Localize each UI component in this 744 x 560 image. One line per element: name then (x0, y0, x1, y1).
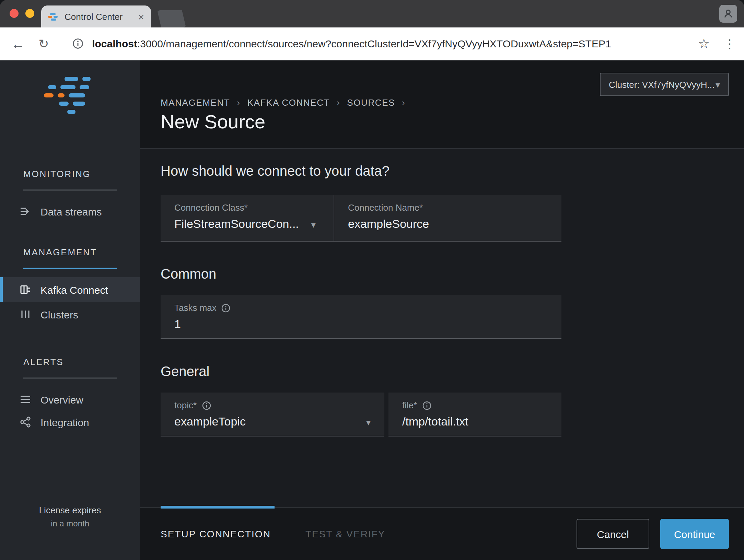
wizard-footer: SETUP CONNECTION TEST & VERIFY Cancel Co… (140, 507, 744, 560)
kafka-connect-icon (19, 283, 32, 296)
tasks-max-label: Tasks max (174, 303, 217, 313)
cluster-selector-dropdown[interactable]: Cluster: VXf7yfNyQVyyH... ▾ (600, 73, 729, 96)
sidebar-item-label: Data streams (40, 206, 102, 217)
sidebar-item-label: Overview (40, 394, 83, 405)
tab-strip: Control Center × (0, 0, 744, 27)
breadcrumb: MANAGEMENT › KAFKA CONNECT › SOURCES › (161, 97, 405, 108)
minimize-window-button[interactable] (25, 9, 34, 18)
step-progress-indicator (161, 506, 275, 509)
close-tab-icon[interactable]: × (138, 11, 144, 22)
cancel-button[interactable]: Cancel (577, 519, 649, 549)
tasks-max-field[interactable]: Tasks max 1 (161, 295, 561, 338)
person-icon (723, 8, 734, 19)
tasks-max-value: 1 (174, 318, 181, 331)
page-title: New Source (161, 111, 265, 133)
license-line2: in a month (0, 519, 140, 528)
main-content: Cluster: VXf7yfNyQVyyH... ▾ MANAGEMENT ›… (140, 60, 744, 560)
reload-icon[interactable]: ↻ (38, 37, 49, 50)
breadcrumb-separator: › (337, 97, 340, 108)
sidebar-item-label: Integration (40, 416, 89, 428)
sidebar-item-integration[interactable]: Integration (0, 410, 140, 434)
sidebar-item-label: Kafka Connect (40, 284, 108, 295)
info-icon[interactable] (221, 303, 231, 313)
breadcrumb-separator: › (402, 97, 405, 108)
browser-toolbar: ← ↻ localhost:3000/management/connect/so… (0, 27, 744, 60)
address-bar[interactable]: localhost:3000/management/connect/source… (92, 38, 698, 49)
sidebar-item-overview[interactable]: Overview (0, 388, 140, 410)
connection-panel: Connection Class* FileStreamSourceCon...… (161, 195, 561, 242)
general-section-heading: General (161, 364, 209, 380)
integration-icon (19, 416, 32, 428)
info-icon[interactable] (201, 400, 211, 410)
file-panel: file* /tmp/totail.txt (388, 393, 561, 436)
step-tab-setup-connection[interactable]: SETUP CONNECTION (161, 528, 271, 539)
connection-class-field[interactable]: Connection Class* FileStreamSourceCon...… (161, 195, 334, 241)
browser-window: Control Center × ← ↻ localhost:3000/mana… (0, 0, 744, 560)
divider-active (23, 268, 117, 269)
connect-question-heading: How should we connect to your data? (161, 163, 390, 179)
sidebar: MONITORING Data streams MANAGEMENT Kafka… (0, 60, 140, 560)
chevron-down-icon: ▾ (366, 418, 371, 427)
connection-class-value: FileStreamSourceCon... (174, 218, 299, 231)
data-streams-icon (19, 205, 32, 218)
control-center-app: MONITORING Data streams MANAGEMENT Kafka… (0, 60, 744, 560)
divider (23, 377, 117, 379)
browser-tab[interactable]: Control Center × (41, 5, 151, 27)
chevron-down-icon: ▾ (311, 220, 316, 229)
file-field[interactable]: file* /tmp/totail.txt (388, 393, 561, 436)
browser-profile-button[interactable] (719, 5, 737, 23)
url-host: localhost (92, 38, 137, 49)
overview-list-icon (19, 393, 32, 406)
step-tab-test-verify[interactable]: TEST & VERIFY (305, 528, 385, 539)
sidebar-section-management: MANAGEMENT (23, 247, 97, 257)
new-tab-button[interactable] (157, 10, 186, 27)
breadcrumb-sources[interactable]: SOURCES (347, 97, 395, 108)
common-section-heading: Common (161, 266, 216, 282)
sidebar-item-clusters[interactable]: Clusters (0, 302, 140, 327)
url-path: :3000/management/connect/sources/new?con… (137, 38, 611, 49)
file-label: file* (402, 400, 417, 410)
connection-name-value: exampleSource (348, 218, 429, 231)
info-icon[interactable] (422, 400, 431, 410)
breadcrumb-kafka-connect[interactable]: KAFKA CONNECT (247, 97, 330, 108)
back-icon[interactable]: ← (11, 37, 25, 50)
clusters-icon (19, 308, 32, 320)
sidebar-section-alerts: ALERTS (23, 357, 64, 367)
sidebar-item-label: Clusters (40, 308, 78, 320)
topic-value: exampleTopic (174, 415, 246, 429)
divider (23, 189, 117, 191)
tab-title: Control Center (65, 11, 138, 22)
tasks-max-panel: Tasks max 1 (161, 295, 561, 339)
connection-class-label: Connection Class* (174, 202, 320, 213)
topic-panel: topic* exampleTopic ▾ (161, 393, 384, 436)
sidebar-section-monitoring: MONITORING (23, 169, 91, 179)
topic-field[interactable]: topic* exampleTopic ▾ (161, 393, 384, 436)
topic-label: topic* (174, 400, 197, 410)
license-line1: License expires (0, 505, 140, 515)
chevron-down-icon: ▾ (716, 80, 720, 89)
confluent-logo-icon (44, 77, 96, 115)
sidebar-item-kafka-connect[interactable]: Kafka Connect (0, 277, 140, 302)
license-notice: License expires in a month (0, 505, 140, 528)
sidebar-item-data-streams[interactable]: Data streams (0, 200, 140, 222)
file-value: /tmp/totail.txt (402, 415, 468, 429)
browser-menu-icon[interactable]: ⋮ (723, 37, 736, 50)
continue-button[interactable]: Continue (660, 519, 729, 549)
breadcrumb-separator: › (237, 97, 240, 108)
page-info-icon[interactable] (72, 38, 84, 49)
cluster-selector-label: Cluster: VXf7yfNyQVyyH... (609, 79, 714, 90)
connection-name-field[interactable]: Connection Name* exampleSource (334, 195, 561, 241)
bookmark-star-icon[interactable]: ☆ (698, 37, 710, 50)
breadcrumb-management[interactable]: MANAGEMENT (161, 97, 230, 108)
close-window-button[interactable] (10, 9, 19, 18)
confluent-favicon-icon (48, 12, 59, 21)
connection-name-label: Connection Name* (348, 202, 548, 213)
